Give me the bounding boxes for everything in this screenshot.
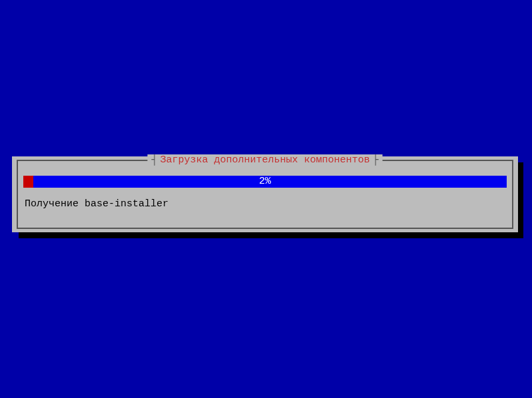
progress-dialog: ┤ Загрузка дополнительных компонентов ├ …: [12, 156, 518, 232]
progress-bar: 2%: [23, 176, 507, 188]
dialog-title-text: Загрузка дополнительных компонентов: [160, 154, 370, 166]
status-text: Получение base-installer: [23, 198, 507, 210]
title-bracket-left: ┤: [151, 154, 157, 166]
progress-percent-label: 2%: [23, 176, 507, 188]
title-bracket-right: ├: [373, 154, 379, 166]
dialog-frame: ┤ Загрузка дополнительных компонентов ├ …: [17, 160, 513, 229]
dialog-content: 2% Получение base-installer: [18, 161, 512, 216]
dialog-title: ┤ Загрузка дополнительных компонентов ├: [147, 154, 382, 166]
